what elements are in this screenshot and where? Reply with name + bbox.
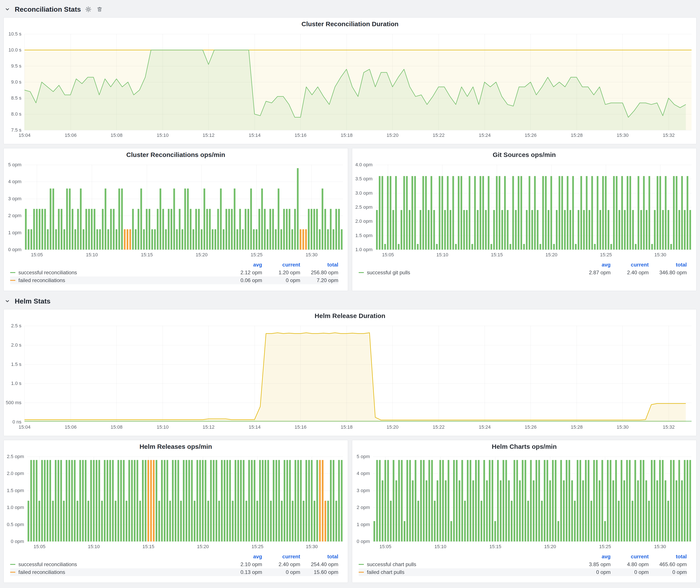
series-name-cell: failed reconciliations bbox=[10, 569, 224, 575]
series-name[interactable]: failed reconciliations bbox=[18, 277, 65, 283]
legend-value: 0 opm bbox=[573, 569, 611, 575]
legend: avgcurrenttotalsuccessful git pulls2.87 … bbox=[352, 260, 696, 278]
legend-row: failed chart pulls0 opm0 opm0 opm bbox=[359, 568, 687, 576]
legend-header-row: avgcurrenttotal bbox=[359, 553, 687, 561]
series-name-cell: failed chart pulls bbox=[359, 569, 573, 575]
legend-value: 0.06 opm bbox=[224, 277, 262, 283]
section-title[interactable]: Helm Stats bbox=[15, 297, 50, 305]
legend-column-current[interactable]: current bbox=[262, 262, 300, 268]
chevron-down-icon[interactable] bbox=[3, 5, 11, 13]
series-name-cell: successful reconciliations bbox=[10, 561, 224, 567]
series-name[interactable]: successful chart pulls bbox=[367, 561, 416, 567]
panel-title[interactable]: Cluster Reconciliation Duration bbox=[4, 18, 696, 31]
series-name[interactable]: failed reconciliations bbox=[18, 569, 65, 575]
series-swatch-icon bbox=[10, 272, 15, 273]
legend-value: 2.10 opm bbox=[224, 561, 262, 567]
cluster-reconciliation-duration-chart[interactable] bbox=[4, 31, 696, 141]
legend: avgcurrenttotalsuccessful chart pulls3.8… bbox=[352, 552, 696, 578]
legend-value: 7.20 opm bbox=[300, 277, 338, 283]
legend-row: failed reconciliations0.06 opm0 opm7.20 … bbox=[10, 276, 338, 284]
legend-header-row: avgcurrenttotal bbox=[10, 261, 338, 269]
gear-icon[interactable] bbox=[84, 5, 92, 13]
trash-icon[interactable] bbox=[96, 5, 103, 13]
legend-row: successful reconciliations2.10 opm2.40 o… bbox=[10, 561, 338, 568]
series-swatch-icon bbox=[359, 572, 364, 573]
legend-value: 0 opm bbox=[611, 569, 649, 575]
series-name-cell: failed reconciliations bbox=[10, 277, 224, 283]
legend-value: 3.85 opm bbox=[573, 561, 611, 567]
legend-header-row: avgcurrenttotal bbox=[10, 553, 338, 561]
dashboard: Reconciliation Stats Cluster Reconciliat… bbox=[0, 0, 700, 588]
section-reconciliation-stats: Reconciliation Stats bbox=[3, 3, 697, 16]
section-helm-stats: Helm Stats bbox=[3, 295, 697, 307]
legend-value: 346.80 opm bbox=[649, 270, 687, 276]
legend-value: 254.40 opm bbox=[300, 561, 338, 567]
panel-title[interactable]: Git Sources ops/min bbox=[352, 148, 696, 161]
panel-cluster-reconciliation-duration: Cluster Reconciliation Duration bbox=[3, 17, 697, 144]
series-name[interactable]: failed chart pulls bbox=[367, 569, 404, 575]
git-sources-chart[interactable] bbox=[352, 161, 696, 260]
legend: avgcurrenttotalsuccessful reconciliation… bbox=[4, 552, 348, 578]
legend-column-avg[interactable]: avg bbox=[573, 262, 611, 268]
series-name-cell: successful git pulls bbox=[359, 270, 573, 276]
series-swatch-icon bbox=[10, 564, 15, 565]
legend-value: 256.80 opm bbox=[300, 270, 338, 276]
legend: avgcurrenttotalsuccessful reconciliation… bbox=[4, 260, 348, 286]
panel-helm-charts-opm: Helm Charts ops/min avgcurrenttotalsucce… bbox=[352, 440, 697, 583]
panel-helm-release-duration: Helm Release Duration bbox=[3, 309, 697, 436]
legend-column-current[interactable]: current bbox=[262, 554, 300, 560]
legend-column-current[interactable]: current bbox=[611, 554, 649, 560]
legend-row: successful git pulls2.87 opm2.40 opm346.… bbox=[359, 269, 687, 276]
series-name-cell: successful reconciliations bbox=[10, 270, 224, 276]
panel-title[interactable]: Helm Releases ops/min bbox=[4, 440, 348, 453]
legend-value: 2.40 opm bbox=[611, 270, 649, 276]
legend-value: 0 opm bbox=[262, 277, 300, 283]
panel-helm-releases-opm: Helm Releases ops/min avgcurrenttotalsuc… bbox=[3, 440, 348, 583]
legend-row: failed reconciliations0.13 opm0 opm15.60… bbox=[10, 568, 338, 576]
chevron-down-icon[interactable] bbox=[3, 297, 11, 305]
panel-title[interactable]: Helm Charts ops/min bbox=[352, 440, 696, 453]
section-title[interactable]: Reconciliation Stats bbox=[15, 5, 81, 13]
legend-value: 15.60 opm bbox=[300, 569, 338, 575]
legend-value: 0 opm bbox=[262, 569, 300, 575]
panel-cluster-reconciliations-opm: Cluster Reconciliations ops/min avgcurre… bbox=[3, 148, 348, 291]
legend-column-total[interactable]: total bbox=[300, 554, 338, 560]
series-name[interactable]: successful reconciliations bbox=[18, 270, 77, 276]
legend-value: 465.60 opm bbox=[649, 561, 687, 567]
series-name[interactable]: successful git pulls bbox=[367, 270, 410, 276]
series-swatch-icon bbox=[359, 564, 364, 565]
legend-row: successful reconciliations2.12 opm1.20 o… bbox=[10, 269, 338, 276]
series-swatch-icon bbox=[359, 272, 364, 273]
helm-releases-chart[interactable] bbox=[4, 453, 348, 552]
legend-column-total[interactable]: total bbox=[649, 262, 687, 268]
series-name-cell: successful chart pulls bbox=[359, 561, 573, 567]
legend-value: 4.80 opm bbox=[611, 561, 649, 567]
cluster-reconciliations-chart[interactable] bbox=[4, 161, 348, 260]
series-name[interactable]: successful reconciliations bbox=[18, 561, 77, 567]
legend-column-avg[interactable]: avg bbox=[224, 262, 262, 268]
helm-release-duration-chart[interactable] bbox=[4, 322, 696, 432]
series-swatch-icon bbox=[10, 280, 15, 281]
helm-charts-chart[interactable] bbox=[352, 453, 696, 552]
panel-title[interactable]: Cluster Reconciliations ops/min bbox=[4, 148, 348, 161]
legend-header-row: avgcurrenttotal bbox=[359, 261, 687, 269]
legend-value: 2.40 opm bbox=[262, 561, 300, 567]
legend-value: 0.13 opm bbox=[224, 569, 262, 575]
panel-git-sources-opm: Git Sources ops/min avgcurrenttotalsucce… bbox=[352, 148, 697, 291]
panel-title[interactable]: Helm Release Duration bbox=[4, 309, 696, 322]
legend-value: 2.12 opm bbox=[224, 270, 262, 276]
legend-value: 0 opm bbox=[649, 569, 687, 575]
series-swatch-icon bbox=[10, 572, 15, 573]
legend-column-avg[interactable]: avg bbox=[224, 554, 262, 560]
legend-value: 1.20 opm bbox=[262, 270, 300, 276]
legend-column-current[interactable]: current bbox=[611, 262, 649, 268]
legend-column-total[interactable]: total bbox=[649, 554, 687, 560]
legend-value: 2.87 opm bbox=[573, 270, 611, 276]
legend-column-total[interactable]: total bbox=[300, 262, 338, 268]
legend-row: successful chart pulls3.85 opm4.80 opm46… bbox=[359, 561, 687, 568]
legend-column-avg[interactable]: avg bbox=[573, 554, 611, 560]
